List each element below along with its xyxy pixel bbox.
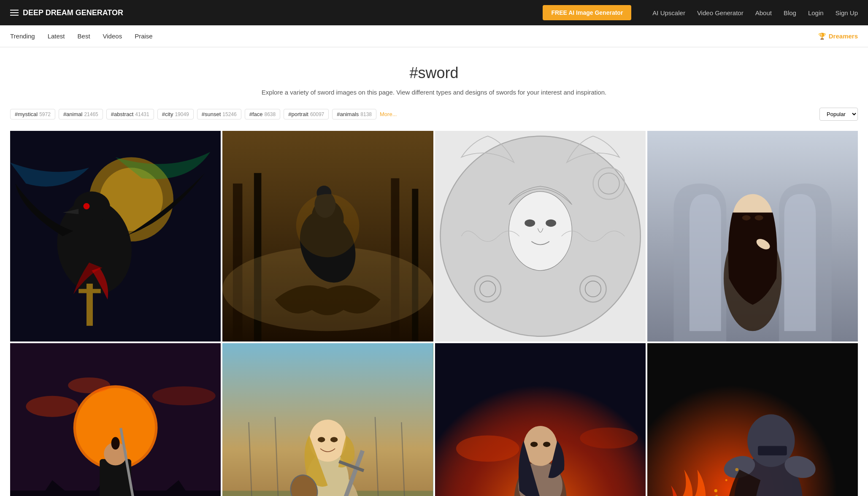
tag-sunset[interactable]: #sunset 15246: [197, 109, 241, 119]
cta-button[interactable]: FREE AI Image Generator: [543, 5, 631, 20]
trophy-icon: 🏆: [818, 33, 826, 40]
svg-point-5: [83, 203, 89, 209]
image-svg-2: [222, 131, 433, 342]
tag-count: 60097: [310, 111, 324, 117]
svg-point-47: [152, 387, 216, 406]
tag-label: #city: [162, 111, 173, 117]
more-tags-link[interactable]: More...: [380, 111, 397, 117]
svg-point-73: [543, 442, 550, 447]
svg-point-48: [68, 377, 110, 393]
tag-label: #portrait: [288, 111, 308, 117]
tag-animals[interactable]: #animals 8138: [332, 109, 376, 119]
svg-point-24: [546, 220, 556, 227]
tag-count: 5972: [39, 111, 51, 117]
image-grid: [10, 131, 858, 496]
svg-point-67: [580, 428, 638, 449]
logo-text: DEEP DREAM GENERATOR: [23, 8, 123, 17]
svg-point-4: [73, 192, 110, 223]
svg-point-34: [742, 215, 750, 220]
nav-ai-upscaler[interactable]: AI Upscaler: [652, 9, 685, 16]
menu-icon[interactable]: [10, 10, 19, 16]
nav-about[interactable]: About: [755, 9, 772, 16]
tag-count: 8638: [265, 111, 276, 117]
svg-point-35: [754, 215, 763, 220]
tag-mystical[interactable]: #mystical 5972: [10, 109, 55, 119]
sort-select[interactable]: Popular Latest Best: [819, 108, 858, 121]
sub-nav-videos[interactable]: Videos: [103, 33, 122, 40]
image-cell-4[interactable]: [647, 131, 858, 342]
image-cell-1[interactable]: [10, 131, 221, 342]
svg-point-44: [111, 437, 120, 450]
sub-nav: Trending Latest Best Videos Praise 🏆 Dre…: [0, 25, 868, 47]
sub-nav-praise[interactable]: Praise: [135, 33, 153, 40]
svg-point-89: [725, 479, 727, 481]
dreamers-label: Dreamers: [829, 33, 858, 40]
nav-signup[interactable]: Sign Up: [836, 9, 858, 16]
tag-label: #animal: [63, 111, 83, 117]
svg-rect-7: [78, 289, 100, 293]
image-cell-8[interactable]: [647, 343, 858, 496]
image-cell-2[interactable]: [222, 131, 433, 342]
nav-blog[interactable]: Blog: [784, 9, 796, 16]
nav-video-generator[interactable]: Video Generator: [697, 9, 744, 16]
image-svg-3: [435, 131, 646, 342]
svg-point-58: [318, 437, 325, 442]
image-cell-6[interactable]: [222, 343, 433, 496]
svg-point-66: [456, 436, 519, 462]
tag-label: #animals: [337, 111, 359, 117]
main-header: DEEP DREAM GENERATOR FREE AI Image Gener…: [0, 0, 868, 25]
image-svg-7: [435, 343, 646, 496]
tag-count: 19049: [175, 111, 189, 117]
nav-login[interactable]: Login: [808, 9, 824, 16]
tag-label: #abstract: [111, 111, 133, 117]
page-description: Explore a variety of sword images on thi…: [10, 89, 858, 96]
tag-face[interactable]: #face 8638: [245, 109, 281, 119]
svg-point-22: [508, 192, 572, 271]
sub-nav-trending[interactable]: Trending: [10, 33, 35, 40]
svg-point-19: [296, 194, 360, 257]
sub-nav-links: Trending Latest Best Videos Praise: [10, 33, 153, 40]
tags-row: #mystical 5972 #animal 21465 #abstract 4…: [10, 108, 858, 121]
image-cell-3[interactable]: [435, 131, 646, 342]
svg-point-23: [525, 220, 535, 227]
page-title: #sword: [10, 64, 858, 82]
tag-label: #face: [249, 111, 263, 117]
svg-point-59: [330, 437, 338, 442]
tag-abstract[interactable]: #abstract 41431: [106, 109, 154, 119]
svg-point-87: [714, 489, 717, 492]
image-svg-5: [10, 343, 221, 496]
tag-count: 41431: [135, 111, 149, 117]
image-cell-5[interactable]: [10, 343, 221, 496]
tag-count: 21465: [84, 111, 98, 117]
page-content: #sword Explore a variety of sword images…: [0, 47, 868, 496]
svg-point-46: [26, 396, 78, 417]
svg-rect-81: [758, 446, 787, 455]
header-nav: AI Upscaler Video Generator About Blog L…: [652, 9, 858, 16]
tag-count: 8138: [360, 111, 372, 117]
tag-count: 15246: [222, 111, 236, 117]
tag-portrait[interactable]: #portrait 60097: [284, 109, 329, 119]
image-svg-8: [647, 343, 858, 496]
tag-label: #mystical: [15, 111, 38, 117]
sub-nav-latest[interactable]: Latest: [48, 33, 65, 40]
dreamers-badge[interactable]: 🏆 Dreamers: [818, 33, 858, 40]
tag-animal[interactable]: #animal 21465: [59, 109, 103, 119]
image-svg-4: [647, 131, 858, 342]
header-cta-container: FREE AI Image Generator: [543, 5, 631, 20]
image-svg-6: [222, 343, 433, 496]
sub-nav-best[interactable]: Best: [78, 33, 90, 40]
image-svg-1: [10, 131, 221, 342]
tag-label: #sunset: [202, 111, 221, 117]
tag-city[interactable]: #city 19049: [157, 109, 194, 119]
site-logo[interactable]: DEEP DREAM GENERATOR: [10, 8, 123, 17]
image-cell-7[interactable]: [435, 343, 646, 496]
svg-rect-10: [233, 184, 242, 342]
svg-point-72: [530, 442, 537, 447]
svg-point-90: [735, 468, 738, 471]
